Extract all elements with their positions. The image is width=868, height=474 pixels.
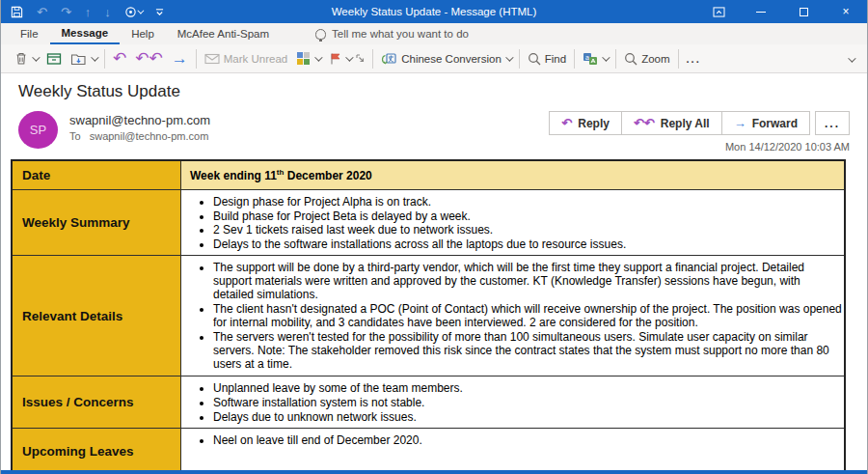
reply-all-arrow-icon: ↶↶ [634, 117, 655, 129]
forward-button[interactable]: → Forward [722, 111, 810, 135]
row-header-label: Relevant Details [22, 309, 122, 323]
message-subject: Weekly Status Update [18, 82, 850, 101]
save-icon[interactable] [11, 6, 23, 18]
reply-button[interactable]: ↶ Reply [549, 111, 622, 135]
bullet-item: Neel on leave till end of December 2020. [213, 433, 844, 448]
bullet-item: The support will be done by a third-part… [213, 261, 844, 301]
bullet-item: Delays due to unknown network issues. [213, 410, 844, 425]
chinese-conversion-label: Chinese Conversion [401, 53, 502, 65]
row-header-label: Weekly Summary [22, 215, 130, 230]
bullet-item: Build phase for Project Beta is delayed … [213, 209, 844, 224]
row-content: Neel on leave till end of December 2020. [181, 429, 844, 473]
maximize-button[interactable] [782, 0, 825, 23]
title-bar: ↶ ↷ ↑ ↓ Weekly Status Update - Message (… [1, 0, 867, 23]
mark-unread-button[interactable]: Mark Unread [204, 53, 287, 65]
reply-all-toolbar-icon[interactable]: ↶↶ [135, 50, 163, 67]
forward-toolbar-icon[interactable]: → [172, 50, 188, 67]
to-label: To [69, 130, 81, 142]
categorize-icon [296, 51, 311, 66]
move-button[interactable] [70, 52, 96, 66]
translate-icon: a [583, 52, 598, 66]
previous-item-icon[interactable]: ↑ [85, 6, 92, 18]
more-commands-button[interactable]: ... [687, 53, 701, 65]
reply-all-button[interactable]: ↶↶ Reply All [622, 111, 722, 135]
tell-me-box[interactable]: Tell me what you want to do [315, 28, 469, 40]
status-table: Date Week ending 11th December 2020 Week… [11, 159, 846, 474]
quick-access-toolbar: ↶ ↷ ↑ ↓ [1, 6, 164, 18]
undo-icon[interactable]: ↶ [37, 6, 47, 18]
tab-help[interactable]: Help [120, 23, 166, 44]
follow-up-button[interactable] [329, 52, 351, 66]
window-bottom-border [1, 470, 867, 474]
tab-file[interactable]: File [9, 23, 50, 44]
recipient-address[interactable]: swapnil@techno-pm.com [90, 130, 209, 142]
table-row: Relevant Details The support will be don… [13, 255, 844, 376]
find-label: Find [545, 53, 566, 65]
move-folder-icon [70, 52, 87, 66]
forward-arrow-icon: → [734, 117, 746, 129]
categorize-button[interactable] [296, 51, 320, 66]
ribbon-display-options-icon[interactable] [697, 0, 740, 23]
sender-avatar[interactable]: SP [18, 111, 58, 149]
reply-label: Reply [578, 117, 610, 130]
mark-unread-label: Mark Unread [224, 53, 287, 65]
row-header-label: Upcoming Leaves [22, 444, 134, 459]
chevron-down-icon [505, 53, 513, 61]
tab-mcafee-anti-spam[interactable]: McAfee Anti-Spam [166, 23, 281, 44]
redo-icon[interactable]: ↷ [61, 6, 71, 18]
bullet-list: Unplanned leave by some of the team memb… [181, 381, 844, 424]
ribbon-toolbar: ↶ ↶↶ → Mark Unread [1, 44, 867, 73]
outlook-message-window: ↶ ↷ ↑ ↓ Weekly Status Update - Message (… [0, 0, 868, 474]
chevron-down-icon [32, 53, 40, 61]
lightbulb-icon [315, 29, 326, 40]
translate-button[interactable]: a [583, 52, 608, 66]
search-icon [528, 52, 541, 66]
bullet-item: 2 Sev 1 tickets raised last week due to … [213, 223, 844, 237]
archive-icon [46, 52, 62, 66]
row-content: Unplanned leave by some of the team memb… [181, 376, 844, 428]
chevron-down-icon [91, 53, 98, 61]
table-row: Weekly Summary Design phase for Project … [13, 189, 844, 255]
date-value: Week ending 11th December 2020 [181, 163, 844, 187]
next-item-icon[interactable]: ↓ [104, 6, 111, 18]
message-timestamp: Mon 14/12/2020 10:03 AM [549, 141, 850, 153]
tell-me-label: Tell me what you want to do [332, 28, 469, 40]
reply-all-label: Reply All [661, 117, 710, 130]
table-row: Upcoming Leaves Neel on leave till end o… [13, 428, 844, 473]
zoom-button[interactable]: Zoom [624, 52, 669, 66]
bullet-list: Design phase for Project Alpha is on tra… [181, 195, 844, 251]
bullet-item: Unplanned leave by some of the team memb… [213, 381, 844, 396]
collapse-ribbon-button[interactable] [848, 49, 854, 72]
sender-address[interactable]: swapnil@techno-pm.com [69, 113, 210, 127]
tab-message[interactable]: Message [50, 23, 121, 44]
table-row: Issues / Concerns Unplanned leave by som… [13, 376, 844, 428]
reply-toolbar-icon[interactable]: ↶ [113, 50, 126, 67]
bullet-item: Software installation system is not stab… [213, 396, 844, 410]
bullet-item: The client hasn't designated a POC (Poin… [213, 302, 844, 329]
bullet-item: The servers weren't tested for the possi… [213, 330, 844, 371]
chevron-down-icon [602, 53, 610, 61]
row-content: Design phase for Project Alpha is on tra… [181, 190, 844, 255]
chevron-down-icon [137, 7, 144, 14]
mail-header: Weekly Status Update SP swapnil@techno-p… [1, 73, 867, 153]
message-more-actions-button[interactable]: ... [815, 111, 850, 135]
find-button[interactable]: Find [528, 52, 566, 66]
customize-qat-icon[interactable] [155, 8, 164, 16]
zoom-magnifier-icon [624, 52, 637, 66]
row-content: Week ending 11th December 2020 [181, 161, 844, 189]
close-button[interactable]: × [825, 0, 867, 23]
chinese-conversion-button[interactable]: Chinese Conversion [381, 52, 511, 66]
delete-button[interactable] [14, 51, 38, 66]
row-header-label: Date [22, 168, 50, 182]
forward-label: Forward [752, 117, 798, 130]
bullet-item: Delays to the software installations acr… [213, 237, 844, 252]
bullet-item: Design phase for Project Alpha is on tra… [213, 195, 844, 209]
table-row: Date Week ending 11th December 2020 [13, 161, 844, 189]
tags-dialog-launcher-icon[interactable] [356, 54, 365, 66]
reply-arrow-icon: ↶ [561, 117, 572, 129]
envelope-icon [204, 53, 220, 65]
touch-mouse-mode-icon[interactable] [124, 6, 142, 18]
row-header-label: Issues / Concerns [22, 395, 134, 409]
minimize-button[interactable] [740, 0, 782, 23]
archive-button[interactable] [46, 52, 62, 66]
